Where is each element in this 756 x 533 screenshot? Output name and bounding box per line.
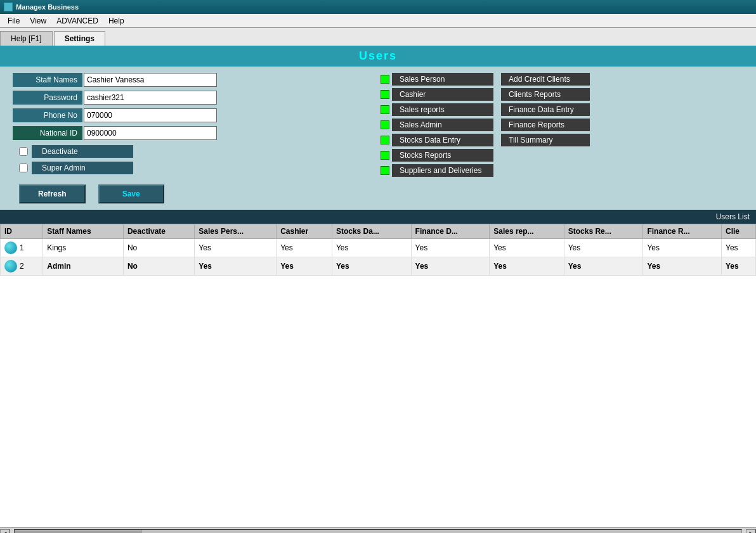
col-staffnames: Staff Names <box>43 224 124 239</box>
perm-stocksdataentry: Stocks Data Entry <box>381 134 493 146</box>
cashier-checkbox-indicator[interactable] <box>381 90 389 99</box>
superadmin-label: Super Admin <box>32 162 133 174</box>
phone-row: Phone No <box>13 108 368 122</box>
cell-id: 2 <box>1 257 43 276</box>
password-label: Password <box>13 91 82 105</box>
cell-stocksdata: Yes <box>332 257 411 276</box>
phone-label: Phone No <box>13 108 82 122</box>
menu-view[interactable]: View <box>25 15 51 27</box>
deactivate-row: Deactivate <box>19 145 368 158</box>
menu-file[interactable]: File <box>3 15 25 27</box>
perm-financereports: Finance Reports <box>501 119 590 131</box>
suppliersdeliveries-checkbox-indicator[interactable] <box>381 166 389 175</box>
app-icon <box>4 3 13 11</box>
checkboxes-area: Deactivate Super Admin <box>19 145 368 174</box>
scroll-left-button[interactable]: ◄ <box>0 529 10 534</box>
cell-staffnames: Admin <box>43 257 124 276</box>
staff-names-row: Staff Names <box>13 73 368 87</box>
staff-names-label: Staff Names <box>13 73 82 87</box>
deactivate-checkbox[interactable] <box>19 147 28 156</box>
table-row[interactable]: 2AdminNoYesYesYesYesYesYesYesYes <box>1 257 756 276</box>
cell-clie: Yes <box>722 257 756 276</box>
cell-stocksdata: Yes <box>332 239 411 257</box>
cell-financed: Yes <box>411 239 490 257</box>
cell-salesrep: Yes <box>490 257 564 276</box>
cell-cashier: Yes <box>277 257 332 276</box>
national-id-label: National ID <box>13 126 82 140</box>
salesadmin-label: Sales Admin <box>392 119 493 131</box>
perm-stocksreports: Stocks Reports <box>381 149 493 162</box>
perm-tillsummary: Till Summary <box>501 134 590 146</box>
salesreports-checkbox-indicator[interactable] <box>381 105 389 114</box>
cell-id: 1 <box>1 239 43 257</box>
col-stocksdata: Stocks Da... <box>332 224 411 239</box>
cell-stocksre: Yes <box>564 257 643 276</box>
deactivate-label: Deactivate <box>32 145 133 158</box>
perm-salesadmin: Sales Admin <box>381 119 493 131</box>
permissions-left-col: Sales Person Cashier Sales reports Sales… <box>381 73 493 203</box>
cell-staffnames: Kings <box>43 239 124 257</box>
cashier-label: Cashier <box>392 88 493 101</box>
salesadmin-checkbox-indicator[interactable] <box>381 120 389 129</box>
superadmin-checkbox[interactable] <box>19 164 28 172</box>
form-area: Staff Names Password Phone No National I… <box>0 67 756 210</box>
suppliersdeliveries-label: Suppliers and Deliveries <box>392 164 493 177</box>
salesreports-label: Sales reports <box>392 103 493 116</box>
table-row[interactable]: 1KingsNoYesYesYesYesYesYesYesYes <box>1 239 756 257</box>
salesperson-checkbox-indicator[interactable] <box>381 75 389 84</box>
staff-names-input[interactable] <box>84 73 217 87</box>
title-bar: Managex Business <box>0 0 756 14</box>
users-table: ID Staff Names Deactivate Sales Pers... … <box>0 224 756 276</box>
stocksdataentry-checkbox-indicator[interactable] <box>381 136 389 144</box>
national-id-input[interactable] <box>84 126 217 140</box>
cell-deactivate: No <box>123 239 194 257</box>
col-salesperson: Sales Pers... <box>195 224 277 239</box>
perm-suppliersdeliveries: Suppliers and Deliveries <box>381 164 493 177</box>
cell-stocksre: Yes <box>564 239 643 257</box>
perm-financedataentry: Finance Data Entry <box>501 103 590 116</box>
refresh-button[interactable]: Refresh <box>19 184 86 203</box>
salesperson-label: Sales Person <box>392 73 493 86</box>
password-input[interactable] <box>84 91 217 105</box>
tab-help[interactable]: Help [F1] <box>0 31 53 46</box>
col-clie: Clie <box>722 224 756 239</box>
users-list-header: Users List <box>0 210 756 224</box>
main-content: Users Staff Names Password Phone No Nati… <box>0 46 756 533</box>
cell-salesperson: Yes <box>195 239 277 257</box>
cell-deactivate: No <box>123 257 194 276</box>
superadmin-row: Super Admin <box>19 162 368 174</box>
stocksdataentry-label: Stocks Data Entry <box>392 134 493 146</box>
tab-settings[interactable]: Settings <box>54 31 105 46</box>
avatar <box>4 241 17 254</box>
horizontal-scrollbar[interactable]: ◄ ► <box>0 527 756 533</box>
users-header: Users <box>0 46 756 67</box>
financereports-label: Finance Reports <box>501 119 590 131</box>
save-button[interactable]: Save <box>98 184 164 203</box>
col-id: ID <box>1 224 43 239</box>
app-title: Managex Business <box>16 3 79 11</box>
col-deactivate: Deactivate <box>123 224 194 239</box>
clientsreports-label: Clients Reports <box>501 88 590 101</box>
table-container[interactable]: ID Staff Names Deactivate Sales Pers... … <box>0 224 756 527</box>
scroll-right-button[interactable]: ► <box>746 529 756 534</box>
menu-bar: File View ADVANCED Help <box>0 14 756 28</box>
scrollbar-track[interactable] <box>14 529 742 534</box>
cell-financer: Yes <box>643 257 722 276</box>
tabs-bar: Help [F1] Settings <box>0 28 756 46</box>
cell-salesrep: Yes <box>490 239 564 257</box>
col-stocksre: Stocks Re... <box>564 224 643 239</box>
tillsummary-label: Till Summary <box>501 134 590 146</box>
password-row: Password <box>13 91 368 105</box>
stocksreports-checkbox-indicator[interactable] <box>381 151 389 160</box>
cell-financer: Yes <box>643 239 722 257</box>
perm-clientsreports: Clients Reports <box>501 88 590 101</box>
menu-advanced[interactable]: ADVANCED <box>51 15 103 27</box>
perm-cashier: Cashier <box>381 88 493 101</box>
perm-salesperson: Sales Person <box>381 73 493 86</box>
col-cashier: Cashier <box>277 224 332 239</box>
phone-input[interactable] <box>84 108 217 122</box>
cell-cashier: Yes <box>277 239 332 257</box>
permissions-right-col: Add Credit Clients Clients Reports Finan… <box>501 73 590 203</box>
scrollbar-thumb[interactable] <box>15 530 141 534</box>
menu-help[interactable]: Help <box>103 15 129 27</box>
